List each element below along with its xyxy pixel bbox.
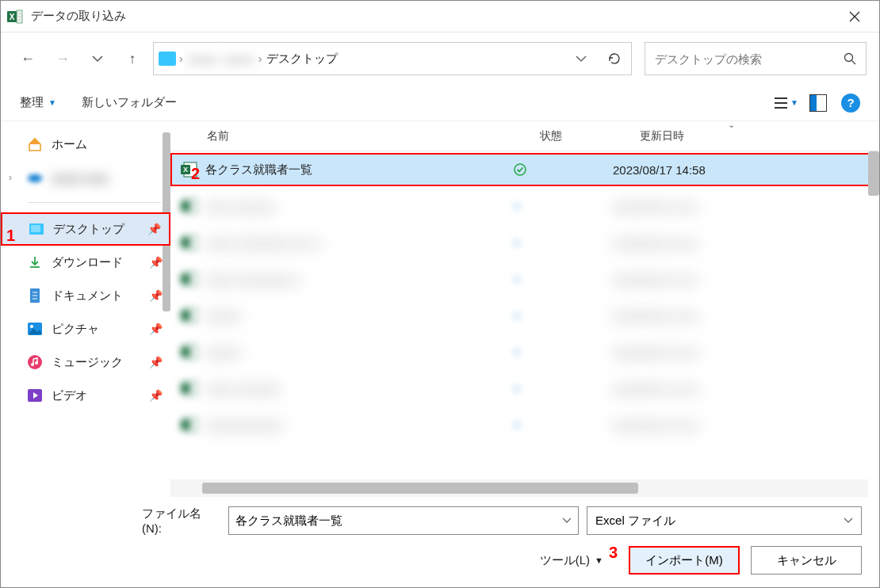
- excel-file-icon: [178, 380, 201, 397]
- file-state: ○: [513, 308, 613, 323]
- tools-menu[interactable]: ツール(L) ▼: [540, 553, 603, 568]
- sidebar-item-home[interactable]: ホーム: [1, 128, 170, 161]
- new-folder-label: 新しいフォルダー: [82, 95, 177, 110]
- sidebar-item-blurred[interactable]: › xxxxx xxxx: [1, 161, 170, 194]
- sidebar-item-desktop[interactable]: デスクトップ 📌: [1, 212, 170, 246]
- excel-file-icon: [178, 270, 201, 288]
- file-row-blurred[interactable]: xxxxx xxxxxxxxx x○xxxx/xx/xx xx:xx: [170, 261, 879, 297]
- svg-rect-35: [181, 347, 190, 357]
- file-row-selected[interactable]: X 各クラス就職者一覧 2023/08/17 14:58: [170, 153, 871, 186]
- close-button[interactable]: [836, 5, 873, 29]
- file-scrollbar[interactable]: [868, 151, 879, 196]
- file-date: 2023/08/17 14:58: [613, 163, 706, 177]
- organize-menu[interactable]: 整理 ▼: [20, 95, 56, 110]
- svg-rect-29: [181, 238, 190, 247]
- preview-pane-button[interactable]: [809, 94, 827, 112]
- cancel-button[interactable]: キャンセル: [751, 546, 862, 575]
- file-name: xxxxxx: [205, 346, 513, 359]
- filename-row: ファイル名(N): 各クラス就職者一覧 Excel ファイル: [18, 506, 862, 535]
- search-input[interactable]: [655, 52, 844, 66]
- file-date: xxxx/xx/xx xx:xx: [613, 309, 698, 323]
- svg-point-25: [515, 164, 526, 175]
- sidebar-item-pictures[interactable]: ピクチャ 📌: [1, 312, 170, 346]
- column-header-state[interactable]: 状態: [540, 129, 640, 143]
- button-row: ツール(L) ▼ インポート(M) キャンセル: [18, 546, 862, 575]
- file-name: xxxxx xxxxxxxxx xxx x: [205, 236, 513, 250]
- horizontal-scrollbar[interactable]: [170, 479, 868, 497]
- nav-row: ← → ↑ › xxxxx xxxxx › デスクトップ: [1, 32, 879, 85]
- nav-back-button[interactable]: ←: [13, 44, 42, 73]
- sidebar-separator: [28, 202, 161, 203]
- file-row-blurred[interactable]: xxxxxx○xxxx/xx/xx xx:xx: [170, 297, 879, 334]
- breadcrumb-sep: ›: [178, 52, 185, 65]
- file-row-blurred[interactable]: xxxxx xxxxxxx○xxxx/xx/xx xx:xx: [170, 370, 879, 407]
- titlebar: X データの取り込み: [1, 1, 879, 32]
- sidebar-item-music[interactable]: ミュージック 📌: [1, 346, 170, 379]
- help-button[interactable]: ?: [841, 94, 860, 113]
- file-date: xxxx/xx/xx xx:xx: [613, 418, 698, 432]
- file-row-blurred[interactable]: xxxxx xxxxxxxxx xxx x○xxxx/xx/xx xx:xx: [170, 224, 879, 261]
- home-icon: [26, 136, 44, 152]
- nav-forward-button[interactable]: →: [48, 44, 77, 73]
- svg-point-8: [28, 174, 42, 182]
- filename-combo[interactable]: 各クラス就職者一覧: [228, 506, 579, 535]
- toolbar: 整理 ▼ 新しいフォルダー ▼ ?: [1, 85, 879, 121]
- search-icon[interactable]: [844, 52, 856, 65]
- sidebar-item-label: ピクチャ: [52, 322, 99, 337]
- excel-file-icon: [178, 307, 201, 324]
- excel-icon: X: [7, 9, 23, 25]
- download-icon: [26, 254, 44, 270]
- breadcrumb-current[interactable]: デスクトップ: [263, 52, 341, 67]
- pin-icon: 📌: [149, 256, 163, 269]
- sidebar-item-downloads[interactable]: ダウンロード 📌: [1, 246, 170, 279]
- scrollbar-thumb[interactable]: [202, 483, 638, 494]
- search-box[interactable]: [645, 42, 867, 75]
- file-row-blurred[interactable]: xxxxxx○xxxx/xx/xx xx:xx: [170, 334, 879, 370]
- breadcrumb-blurred-1[interactable]: xxxxx: [185, 52, 221, 66]
- address-dropdown[interactable]: [569, 55, 593, 63]
- svg-point-19: [31, 363, 34, 366]
- content-area: ホーム › xxxxx xxxx デスクトップ 📌 ダウンロード 📌 ドキュメン…: [1, 121, 879, 497]
- filter-combo[interactable]: Excel ファイル: [587, 506, 862, 535]
- nav-up-button[interactable]: ↑: [118, 44, 147, 73]
- column-header-name[interactable]: 名前: [207, 129, 540, 143]
- svg-rect-27: [181, 201, 190, 211]
- breadcrumb-blurred-2[interactable]: xxxxx: [220, 52, 257, 66]
- pin-icon: 📌: [149, 323, 163, 335]
- import-button[interactable]: インポート(M): [629, 546, 740, 575]
- sidebar-item-documents[interactable]: ドキュメント 📌: [1, 279, 170, 312]
- annotation-2: 2: [191, 165, 200, 183]
- svg-text:X: X: [183, 166, 188, 174]
- refresh-button[interactable]: [593, 52, 626, 66]
- pin-icon: 📌: [147, 223, 161, 235]
- svg-line-7: [852, 61, 856, 65]
- sort-chevron-icon: ⌄: [728, 120, 735, 130]
- svg-rect-10: [31, 225, 40, 232]
- address-bar[interactable]: › xxxxx xxxxx › デスクトップ: [153, 42, 632, 75]
- nav-history-dropdown[interactable]: [83, 44, 112, 73]
- toolbar-right: ▼ ?: [778, 94, 860, 113]
- file-name: xxxxxxxxxxxxx: [205, 418, 513, 432]
- file-row-blurred[interactable]: xxxxxxxxxxxxx○xxxx/xx/xx xx:xx: [170, 407, 879, 443]
- file-row-blurred[interactable]: xxxx xxxxxxx○xxxx/xx/xx xx:xx: [170, 188, 879, 224]
- music-icon: [26, 354, 44, 370]
- video-icon: [26, 388, 44, 403]
- dialog-title: データの取り込み: [31, 9, 126, 24]
- file-state: ○: [513, 272, 613, 286]
- sidebar-item-videos[interactable]: ビデオ 📌: [1, 379, 170, 412]
- file-date: xxxx/xx/xx xx:xx: [613, 200, 698, 213]
- new-folder-button[interactable]: 新しいフォルダー: [82, 95, 177, 110]
- svg-point-20: [35, 361, 38, 365]
- excel-file-icon: [178, 416, 201, 433]
- file-state: ○: [513, 345, 613, 359]
- svg-rect-37: [181, 384, 190, 393]
- column-header-date[interactable]: 更新日時⌄: [640, 129, 798, 143]
- sidebar: ホーム › xxxxx xxxx デスクトップ 📌 ダウンロード 📌 ドキュメン…: [1, 121, 170, 497]
- location-icon: [159, 52, 176, 66]
- view-mode-button[interactable]: ▼: [778, 94, 795, 112]
- sidebar-item-label: ホーム: [52, 137, 87, 152]
- svg-rect-33: [181, 311, 190, 320]
- desktop-icon: [28, 221, 45, 237]
- sidebar-item-label: ミュージック: [52, 355, 123, 370]
- column-header-row: 名前 状態 更新日時⌄: [170, 121, 879, 151]
